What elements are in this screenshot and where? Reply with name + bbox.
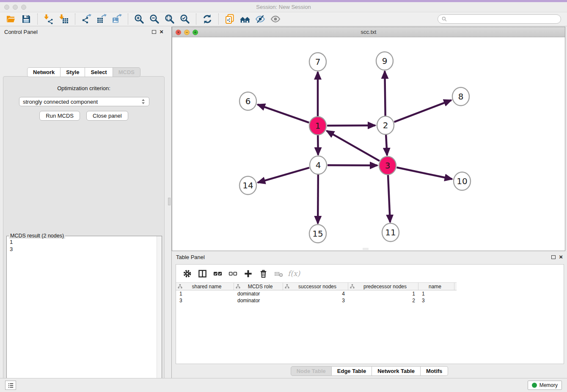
- duplicate-network-icon: [225, 14, 235, 24]
- add-row-button[interactable]: [241, 267, 255, 280]
- float-panel-icon[interactable]: [152, 30, 156, 34]
- task-history-button[interactable]: [5, 381, 16, 390]
- delete-table-button[interactable]: [272, 267, 285, 280]
- unselect-all-icon: [228, 269, 238, 279]
- edge-4-14[interactable]: [258, 168, 309, 182]
- edge-3-10[interactable]: [397, 168, 452, 179]
- run-mcds-button[interactable]: Run MCDS: [39, 111, 80, 121]
- cell-name[interactable]: 3: [418, 297, 454, 304]
- node-label-7: 7: [315, 57, 321, 67]
- close-table-panel-icon[interactable]: ×: [559, 255, 563, 259]
- node-label-10: 10: [457, 176, 467, 186]
- network-window-titlebar[interactable]: × – + scc.txt: [172, 27, 565, 37]
- open-file-button[interactable]: [5, 13, 17, 25]
- search-field[interactable]: [438, 14, 561, 24]
- tab-select[interactable]: Select: [85, 67, 113, 77]
- column-header-shared-name[interactable]: shared name: [176, 283, 234, 290]
- edge-3-1[interactable]: [327, 131, 380, 161]
- panel-splitter[interactable]: [168, 27, 172, 378]
- network-close-icon[interactable]: ×: [176, 30, 181, 35]
- export-network-button[interactable]: [80, 13, 93, 25]
- close-panel-button[interactable]: Close panel: [86, 111, 128, 121]
- cell-MCDS-role[interactable]: dominator: [234, 290, 283, 297]
- edge-3-11[interactable]: [388, 175, 390, 222]
- memory-button[interactable]: Memory: [528, 381, 562, 390]
- task-list-icon: [7, 382, 14, 389]
- memory-status-icon: [532, 383, 537, 388]
- cell-shared-name[interactable]: 1: [176, 290, 234, 297]
- tab-network[interactable]: Network: [27, 67, 61, 77]
- zoom-in-button[interactable]: [133, 13, 146, 25]
- tab-mcds[interactable]: MCDS: [113, 67, 140, 77]
- column-header-successor-nodes[interactable]: successor nodes: [283, 283, 348, 290]
- zoom-out-icon: [149, 14, 160, 24]
- tab-node-table[interactable]: Node Table: [291, 366, 332, 376]
- cell-successor-nodes[interactable]: 4: [283, 290, 348, 297]
- save-session-icon: [21, 14, 31, 24]
- duplicate-network-button[interactable]: [223, 13, 236, 25]
- criterion-select[interactable]: strongly connected component: [19, 97, 149, 106]
- export-image-button[interactable]: [110, 13, 123, 25]
- zoom-selected-button[interactable]: [179, 13, 191, 25]
- mcds-result-group: MCDS result (2 nodes) 1 3: [6, 236, 162, 392]
- node-label-15: 15: [312, 229, 323, 239]
- edge-1-6[interactable]: [258, 105, 309, 123]
- zoom-out-button[interactable]: [148, 13, 161, 25]
- column-header-name[interactable]: name: [418, 283, 454, 290]
- edge-1-4[interactable]: [318, 135, 318, 155]
- mcds-result-text[interactable]: 1 3: [7, 237, 156, 392]
- canvas-resize-grip[interactable]: [363, 248, 369, 250]
- close-window-button[interactable]: [4, 5, 9, 10]
- edge-2-9[interactable]: [385, 71, 385, 116]
- zoom-fit-button[interactable]: [163, 13, 176, 25]
- table-row[interactable]: 3dominator323: [176, 297, 457, 304]
- search-input[interactable]: [449, 16, 557, 22]
- table-settings-button[interactable]: [180, 267, 194, 280]
- column-header-predecessor-nodes[interactable]: predecessor nodes: [348, 283, 418, 290]
- splitter-handle-icon[interactable]: [168, 198, 171, 205]
- network-minimize-icon[interactable]: –: [184, 30, 190, 35]
- refresh-button[interactable]: [201, 13, 214, 25]
- tab-style[interactable]: Style: [61, 67, 85, 77]
- import-network-button[interactable]: [42, 13, 55, 25]
- show-graphics-button[interactable]: [269, 13, 282, 25]
- tab-network-table[interactable]: Network Table: [372, 366, 421, 376]
- edge-2-8[interactable]: [394, 100, 451, 122]
- export-table-button[interactable]: [95, 13, 108, 25]
- control-panel-title: Control Panel: [4, 29, 38, 35]
- cell-predecessor-nodes[interactable]: 1: [348, 290, 418, 297]
- tab-edge-table[interactable]: Edge Table: [332, 366, 372, 376]
- delete-table-icon: [274, 269, 284, 279]
- mcds-result-scrollbar[interactable]: [157, 236, 162, 392]
- cell-name[interactable]: 1: [418, 290, 454, 297]
- float-table-panel-icon[interactable]: [551, 255, 556, 259]
- search-icon: [441, 16, 447, 22]
- control-panel: Control Panel × NetworkStyleSelectMCDS O…: [0, 27, 168, 378]
- maximize-window-button[interactable]: [21, 5, 26, 10]
- select-arrows-icon: [141, 99, 146, 105]
- network-maximize-icon[interactable]: +: [193, 30, 198, 35]
- cybrowser-home-button[interactable]: [239, 13, 251, 25]
- edge-4-15[interactable]: [318, 174, 318, 224]
- column-header-MCDS-role[interactable]: MCDS role: [234, 283, 283, 290]
- cell-shared-name[interactable]: 3: [176, 297, 234, 304]
- function-builder-button[interactable]: f(x): [288, 269, 300, 278]
- save-session-button[interactable]: [20, 13, 33, 25]
- cell-predecessor-nodes[interactable]: 2: [348, 297, 418, 304]
- refresh-icon: [202, 14, 212, 24]
- select-all-button[interactable]: [211, 267, 224, 280]
- import-table-button[interactable]: [58, 13, 70, 25]
- cell-successor-nodes[interactable]: 3: [283, 297, 348, 304]
- cell-MCDS-role[interactable]: dominator: [234, 297, 283, 304]
- edge-2-3[interactable]: [386, 135, 387, 155]
- delete-row-button[interactable]: [256, 267, 270, 280]
- table-row[interactable]: 1dominator411: [176, 290, 457, 297]
- tab-motifs[interactable]: Motifs: [421, 366, 448, 376]
- split-columns-button[interactable]: [195, 267, 209, 280]
- network-canvas[interactable]: 7968124314101511: [172, 37, 565, 250]
- minimize-window-button[interactable]: [13, 5, 18, 10]
- attribute-tree-icon: [350, 284, 355, 289]
- hide-graphics-button[interactable]: [254, 13, 267, 25]
- unselect-all-button[interactable]: [226, 267, 239, 280]
- close-panel-icon[interactable]: ×: [160, 30, 163, 34]
